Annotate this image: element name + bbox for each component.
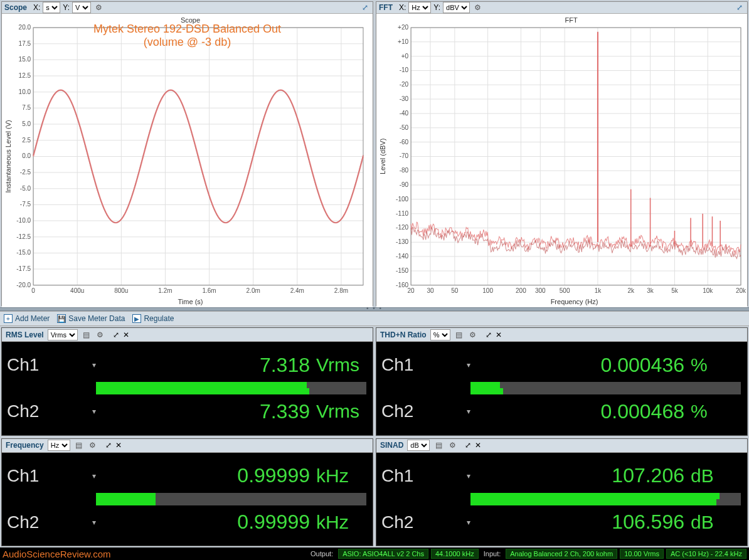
popout-icon[interactable]: ⤢ bbox=[105, 441, 112, 450]
svg-text:2k: 2k bbox=[627, 287, 635, 294]
input-range-pill[interactable]: 10.00 Vrms bbox=[620, 549, 664, 559]
scope-chart[interactable]: Mytek Stereo 192-DSD Balanced Out (volum… bbox=[2, 14, 373, 309]
gear-icon[interactable]: ⚙ bbox=[447, 440, 457, 450]
popout-icon[interactable]: ⤢ bbox=[735, 3, 745, 13]
close-icon[interactable]: ✕ bbox=[123, 330, 129, 339]
freq-meter: Frequency Hz ▤ ⚙ ⤢ ✕ Ch1 ▾ 0.99999kHz Ch… bbox=[1, 438, 373, 547]
status-bar: AudioScienceReview.com Output: ASIO: ASI… bbox=[0, 547, 749, 560]
freq-ch1-bar bbox=[96, 493, 366, 499]
svg-text:20k: 20k bbox=[736, 287, 746, 294]
thdn-ch1-row: Ch1 ▾ 0.000436% bbox=[376, 342, 747, 388]
channel-label: Ch1 bbox=[2, 342, 90, 388]
channel-label: Ch2 bbox=[376, 499, 464, 546]
chevron-down-icon[interactable]: ▾ bbox=[90, 472, 98, 480]
fft-chart[interactable]: FFT -160-150-140-130-120-110-100-90-80-7… bbox=[376, 14, 747, 309]
sinad-title: SINAD bbox=[380, 441, 403, 450]
thdn-ch2-row: Ch2 ▾ 0.000468% bbox=[376, 388, 747, 435]
meters-grid: RMS Level Vrms ▤ ⚙ ⤢ ✕ Ch1 ▾ 7.318Vrms C… bbox=[0, 326, 749, 547]
graph-mode-icon[interactable]: ▤ bbox=[454, 330, 464, 340]
svg-text:-140: -140 bbox=[396, 253, 408, 260]
thdn-ch1-bar bbox=[470, 382, 741, 388]
gear-icon[interactable]: ⚙ bbox=[468, 330, 478, 340]
svg-text:-30: -30 bbox=[400, 95, 409, 102]
chevron-down-icon[interactable]: ▾ bbox=[464, 472, 473, 480]
chevron-down-icon[interactable]: ▾ bbox=[90, 518, 98, 527]
graph-mode-icon[interactable]: ▤ bbox=[433, 440, 444, 450]
svg-text:Scope: Scope bbox=[181, 16, 200, 24]
svg-text:0: 0 bbox=[31, 287, 35, 294]
svg-text:10.0: 10.0 bbox=[19, 88, 31, 95]
thdn-ch2-unit: % bbox=[691, 401, 741, 422]
svg-text:-20: -20 bbox=[400, 81, 409, 88]
svg-text:3k: 3k bbox=[647, 287, 654, 294]
svg-text:100: 100 bbox=[482, 287, 493, 294]
svg-text:7.5: 7.5 bbox=[22, 104, 31, 111]
sinad-ch1-row: Ch1 ▾ 107.206dB bbox=[376, 453, 747, 499]
add-meter-button[interactable]: +Add Meter bbox=[4, 314, 50, 323]
svg-text:50: 50 bbox=[451, 287, 459, 294]
popout-icon[interactable]: ⤢ bbox=[465, 441, 471, 450]
rms-ch1-bar bbox=[96, 382, 366, 388]
input-filter-pill[interactable]: AC (<10 Hz) - 22.4 kHz bbox=[666, 549, 746, 559]
popout-icon[interactable]: ⤢ bbox=[360, 3, 370, 13]
meter-toolbar: +Add Meter 💾Save Meter Data ▶Regulate bbox=[0, 311, 749, 326]
svg-text:-100: -100 bbox=[396, 196, 408, 203]
svg-text:2.0m: 2.0m bbox=[247, 287, 260, 294]
scope-header: Scope X: s Y: V ⚙ ⤢ bbox=[2, 2, 373, 14]
fft-y-unit-select[interactable]: dBV bbox=[443, 2, 470, 13]
close-icon[interactable]: ✕ bbox=[496, 330, 502, 339]
chevron-down-icon[interactable]: ▾ bbox=[464, 361, 473, 369]
scope-svg: Scope -20.0-17.5-15.0-12.5-10.0-7.5-5.0-… bbox=[2, 14, 373, 309]
scope-y-unit-select[interactable]: V bbox=[72, 2, 91, 13]
rms-ch2-unit: Vrms bbox=[316, 401, 366, 422]
splitter-handle[interactable] bbox=[0, 307, 749, 311]
svg-text:-110: -110 bbox=[396, 210, 408, 217]
scope-x-unit-select[interactable]: s bbox=[43, 2, 60, 13]
svg-text:5k: 5k bbox=[671, 287, 679, 294]
graph-mode-icon[interactable]: ▤ bbox=[74, 440, 84, 450]
svg-text:20.0: 20.0 bbox=[19, 24, 31, 31]
sinad-unit-select[interactable]: dB bbox=[407, 440, 430, 451]
gear-icon[interactable]: ⚙ bbox=[88, 440, 98, 450]
close-icon[interactable]: ✕ bbox=[475, 441, 481, 450]
sinad-ch1-unit: dB bbox=[691, 465, 741, 487]
save-meter-button[interactable]: 💾Save Meter Data bbox=[57, 314, 125, 323]
svg-text:-160: -160 bbox=[396, 282, 408, 288]
gear-icon[interactable]: ⚙ bbox=[472, 3, 482, 13]
close-icon[interactable]: ✕ bbox=[115, 441, 122, 450]
thdn-ch1-unit: % bbox=[691, 354, 741, 376]
thdn-ch2-value: 0.000468 bbox=[601, 400, 684, 423]
freq-ch2-value: 0.99999 bbox=[237, 510, 310, 534]
thdn-unit-select[interactable]: % bbox=[430, 329, 450, 341]
chart-area: Scope X: s Y: V ⚙ ⤢ Mytek Stereo 192-DSD… bbox=[0, 0, 749, 307]
rms-title: RMS Level bbox=[6, 330, 44, 339]
svg-text:-17.5: -17.5 bbox=[16, 265, 31, 272]
gear-icon[interactable]: ⚙ bbox=[95, 330, 105, 340]
svg-text:1.2m: 1.2m bbox=[158, 287, 172, 294]
chevron-down-icon[interactable]: ▾ bbox=[90, 361, 98, 369]
input-label: Input: bbox=[481, 550, 504, 557]
output-label: Output: bbox=[308, 550, 336, 557]
input-config-pill[interactable]: Analog Balanced 2 Ch, 200 kohm bbox=[506, 549, 617, 559]
gear-icon[interactable]: ⚙ bbox=[93, 3, 104, 13]
popout-icon[interactable]: ⤢ bbox=[486, 330, 492, 339]
chevron-down-icon[interactable]: ▾ bbox=[464, 518, 473, 527]
fft-x-unit-select[interactable]: Hz bbox=[408, 2, 431, 13]
fft-x-label: X: bbox=[399, 3, 406, 12]
chevron-down-icon[interactable]: ▾ bbox=[90, 407, 98, 416]
svg-text:Frequency (Hz): Frequency (Hz) bbox=[551, 298, 598, 305]
svg-text:-80: -80 bbox=[400, 167, 409, 174]
freq-unit-select[interactable]: Hz bbox=[48, 440, 70, 451]
sinad-ch1-bar bbox=[470, 493, 741, 499]
thdn-ch1-value: 0.000436 bbox=[601, 354, 684, 377]
output-driver-pill[interactable]: ASIO: ASIO4ALL v2 2 Chs bbox=[338, 549, 428, 559]
rms-unit-select[interactable]: Vrms bbox=[48, 329, 78, 341]
popout-icon[interactable]: ⤢ bbox=[113, 330, 119, 339]
output-rate-pill[interactable]: 44.1000 kHz bbox=[431, 549, 479, 559]
svg-text:-7.5: -7.5 bbox=[20, 201, 31, 208]
graph-mode-icon[interactable]: ▤ bbox=[82, 330, 92, 340]
thdn-meter: THD+N Ratio % ▤ ⚙ ⤢ ✕ Ch1 ▾ 0.000436% Ch… bbox=[376, 327, 748, 436]
regulate-button[interactable]: ▶Regulate bbox=[132, 314, 174, 323]
svg-text:-40: -40 bbox=[400, 110, 409, 117]
chevron-down-icon[interactable]: ▾ bbox=[464, 407, 473, 416]
